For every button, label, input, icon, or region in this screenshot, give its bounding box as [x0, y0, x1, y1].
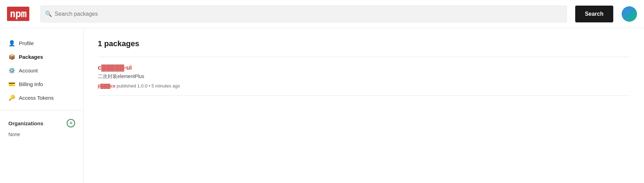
page-layout: 👤 Profile 📦 Packages ⚙️ Account 💳 Billin… — [0, 28, 644, 183]
search-icon: 🔍 — [45, 10, 52, 17]
package-meta: ji▓▓▓cx published 1.0.0 • 5 minutes ago — [98, 83, 630, 89]
add-organization-button[interactable]: + — [67, 119, 75, 127]
account-icon: ⚙️ — [8, 67, 15, 74]
organizations-section: Organizations + — [0, 116, 83, 130]
npm-logo: npm — [7, 7, 29, 21]
sidebar-label-tokens: Access Tokens — [19, 95, 54, 101]
sidebar-label-account: Account — [19, 68, 38, 73]
sidebar-label-packages: Packages — [19, 54, 43, 60]
sidebar-item-tokens[interactable]: 🔑 Access Tokens — [0, 91, 83, 105]
package-description: 二次封装elementPlus — [98, 73, 630, 80]
search-button[interactable]: Search — [575, 6, 613, 22]
search-wrapper: 🔍 — [41, 6, 567, 22]
profile-icon: 👤 — [8, 40, 15, 47]
package-publisher[interactable]: ji▓▓▓cx — [98, 83, 115, 89]
sidebar-item-packages[interactable]: 📦 Packages — [0, 50, 83, 64]
search-input[interactable] — [55, 11, 562, 17]
main-content: 1 packages c▓▓▓▓▓-ui 二次封装elementPlus ji▓… — [84, 28, 644, 183]
sidebar-label-profile: Profile — [19, 40, 34, 46]
organizations-label: Organizations — [8, 120, 43, 126]
sidebar-nav: 👤 Profile 📦 Packages ⚙️ Account 💳 Billin… — [0, 36, 83, 105]
avatar[interactable] — [622, 6, 637, 22]
package-card: c▓▓▓▓▓-ui 二次封装elementPlus ji▓▓▓cx publis… — [98, 57, 630, 96]
sidebar-item-account[interactable]: ⚙️ Account — [0, 64, 83, 77]
tokens-icon: 🔑 — [8, 94, 15, 101]
sidebar-divider — [0, 110, 83, 111]
packages-count: 1 packages — [98, 39, 630, 48]
package-name[interactable]: c▓▓▓▓▓-ui — [98, 64, 630, 71]
sidebar-item-billing[interactable]: 💳 Billing Info — [0, 77, 83, 91]
navbar: npm 🔍 Search — [0, 0, 644, 28]
organizations-none: None — [0, 130, 83, 139]
sidebar-item-profile[interactable]: 👤 Profile — [0, 36, 83, 50]
package-meta-text: published 1.0.0 • 5 minutes ago — [117, 83, 180, 89]
billing-icon: 💳 — [8, 81, 15, 87]
sidebar: 👤 Profile 📦 Packages ⚙️ Account 💳 Billin… — [0, 28, 84, 183]
sidebar-label-billing: Billing Info — [19, 81, 43, 87]
packages-icon: 📦 — [8, 54, 15, 60]
